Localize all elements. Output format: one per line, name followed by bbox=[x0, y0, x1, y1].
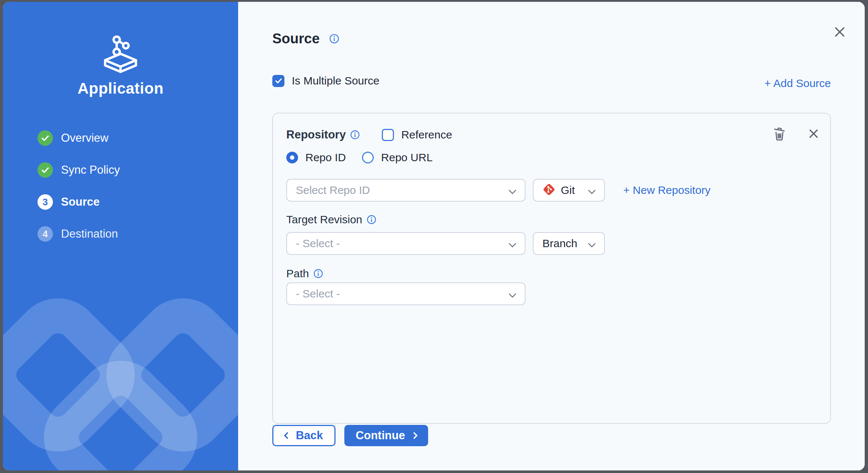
step-label: Overview bbox=[61, 131, 108, 145]
checkbox-checked-icon bbox=[272, 75, 284, 87]
repo-url-radio-label: Repo URL bbox=[381, 151, 433, 164]
add-source-link[interactable]: + Add Source bbox=[764, 77, 831, 90]
step-label: Source bbox=[61, 195, 100, 209]
is-multiple-source-label: Is Multiple Source bbox=[292, 75, 379, 87]
git-icon bbox=[542, 183, 556, 198]
wizard-steps: Overview Sync Policy 3 Source 4 Destinat… bbox=[37, 130, 223, 258]
path-select-placeholder: - Select - bbox=[296, 288, 340, 300]
continue-button[interactable]: Continue bbox=[344, 425, 428, 446]
path-label: Path bbox=[286, 267, 309, 280]
reference-label: Reference bbox=[401, 129, 452, 141]
back-button[interactable]: Back bbox=[272, 425, 336, 446]
source-info-icon[interactable] bbox=[329, 34, 339, 44]
target-revision-select[interactable]: - Select - bbox=[286, 232, 526, 255]
repository-label: Repository bbox=[286, 128, 346, 141]
repo-id-select[interactable]: Select Repo ID bbox=[286, 179, 526, 202]
repository-info-icon[interactable] bbox=[350, 130, 360, 140]
step-done-check-icon bbox=[37, 162, 53, 178]
close-icon[interactable] bbox=[832, 25, 847, 39]
step-overview[interactable]: Overview bbox=[37, 130, 223, 146]
application-wizard-modal: Application Overview Sync Policy 3 Sourc… bbox=[3, 2, 865, 470]
target-revision-select-placeholder: - Select - bbox=[296, 237, 340, 250]
chevron-right-icon bbox=[410, 432, 418, 439]
repo-id-radio[interactable]: Repo ID bbox=[286, 151, 346, 164]
revision-type-select-value: Branch bbox=[542, 237, 577, 250]
repo-id-radio-label: Repo ID bbox=[305, 151, 346, 164]
step-done-check-icon bbox=[37, 130, 53, 146]
step-number-badge: 3 bbox=[37, 194, 53, 210]
checkbox-unchecked-icon bbox=[382, 129, 394, 141]
is-multiple-source-checkbox[interactable]: Is Multiple Source bbox=[272, 75, 379, 87]
step-source[interactable]: 3 Source bbox=[37, 194, 223, 210]
radio-unselected-icon bbox=[362, 152, 374, 163]
back-button-label: Back bbox=[296, 429, 323, 442]
radio-selected-icon bbox=[286, 152, 298, 163]
step-destination[interactable]: 4 Destination bbox=[37, 226, 223, 242]
delete-source-trash-icon[interactable] bbox=[772, 126, 787, 141]
devtron-watermark-logo bbox=[3, 287, 238, 470]
revision-type-select[interactable]: Branch bbox=[533, 232, 605, 255]
path-select[interactable]: - Select - bbox=[286, 282, 526, 305]
chevron-left-icon bbox=[284, 432, 291, 439]
repo-url-radio[interactable]: Repo URL bbox=[362, 151, 433, 164]
step-sync-policy[interactable]: Sync Policy bbox=[37, 162, 223, 178]
chevron-down-icon bbox=[509, 290, 516, 298]
repo-id-select-placeholder: Select Repo ID bbox=[296, 184, 370, 196]
source-card: Repository Reference bbox=[272, 113, 831, 424]
path-info-icon[interactable] bbox=[313, 269, 323, 278]
step-label: Sync Policy bbox=[61, 163, 120, 177]
chevron-down-icon bbox=[588, 240, 596, 248]
chevron-down-icon bbox=[588, 187, 596, 194]
wizard-sidebar: Application Overview Sync Policy 3 Sourc… bbox=[3, 2, 238, 470]
new-repository-link[interactable]: + New Repository bbox=[623, 184, 711, 196]
remove-source-close-icon[interactable] bbox=[808, 128, 819, 139]
step-label: Destination bbox=[61, 227, 118, 241]
target-revision-label: Target Revision bbox=[286, 213, 362, 226]
repo-type-select-value: Git bbox=[561, 184, 575, 196]
application-deploy-icon bbox=[100, 32, 141, 73]
chevron-down-icon bbox=[509, 240, 516, 248]
wizard-title: Application bbox=[3, 80, 238, 97]
source-step-panel: Source Is Multiple Source + Add Source bbox=[238, 2, 865, 470]
continue-button-label: Continue bbox=[356, 429, 405, 442]
repo-type-select[interactable]: Git bbox=[533, 179, 605, 202]
step-number-badge: 4 bbox=[37, 226, 53, 242]
reference-checkbox[interactable]: Reference bbox=[382, 129, 452, 141]
page-title: Source bbox=[272, 31, 320, 47]
chevron-down-icon bbox=[509, 187, 516, 194]
target-revision-info-icon[interactable] bbox=[367, 215, 376, 224]
